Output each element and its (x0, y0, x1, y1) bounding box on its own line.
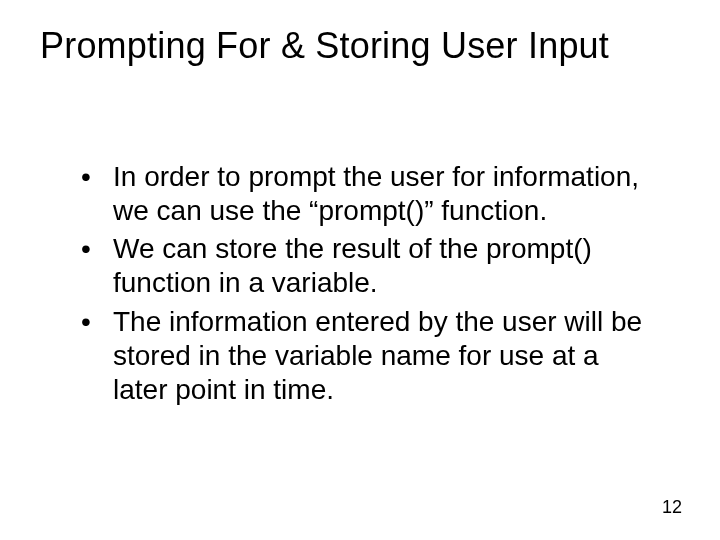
slide: Prompting For & Storing User Input In or… (0, 0, 720, 540)
list-item: The information entered by the user will… (75, 305, 660, 407)
bullet-list: In order to prompt the user for informat… (75, 160, 660, 407)
list-item: We can store the result of the prompt() … (75, 232, 660, 300)
slide-title: Prompting For & Storing User Input (40, 25, 680, 67)
slide-body: In order to prompt the user for informat… (75, 160, 660, 411)
page-number: 12 (662, 497, 682, 518)
list-item: In order to prompt the user for informat… (75, 160, 660, 228)
